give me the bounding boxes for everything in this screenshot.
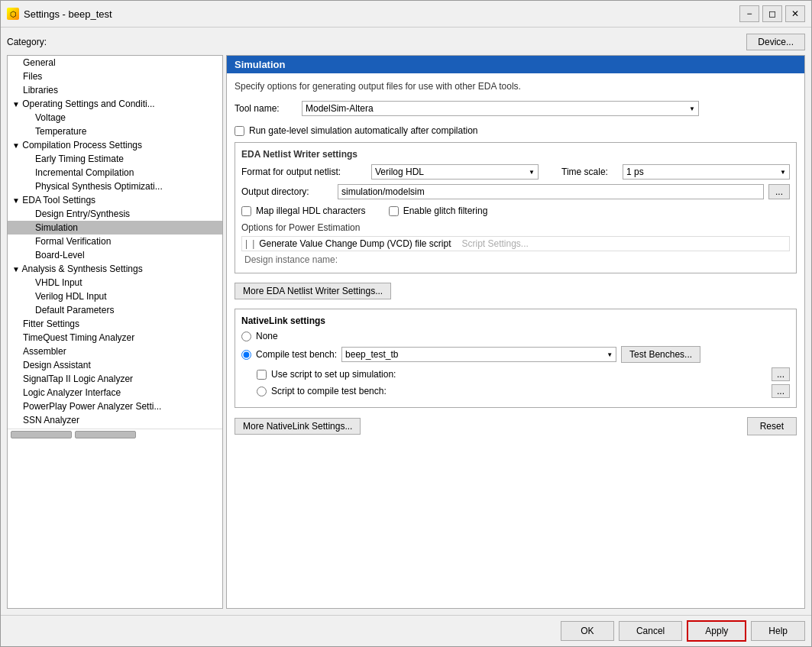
sidebar-item-powerplay[interactable]: PowerPlay Power Analyzer Setti... bbox=[8, 400, 222, 413]
main-content: Category: Device... General Files Librar… bbox=[1, 27, 811, 615]
script-compile-browse-button[interactable]: ... bbox=[772, 384, 790, 398]
sidebar-item-timequest[interactable]: TimeQuest Timing Analyzer bbox=[8, 331, 222, 345]
panel-header: Simulation bbox=[227, 56, 804, 73]
sidebar-item-early-timing[interactable]: Early Timing Estimate bbox=[8, 152, 222, 166]
script-compile-row: Script to compile test bench: ... bbox=[257, 384, 790, 398]
sidebar: General Files Libraries ▼ Operating Sett… bbox=[7, 55, 223, 609]
map-illegal-checkbox[interactable] bbox=[241, 206, 251, 216]
output-dir-input[interactable]: simulation/modelsim bbox=[338, 184, 764, 199]
close-button[interactable]: ✕ bbox=[785, 5, 805, 22]
device-button[interactable]: Device... bbox=[746, 34, 805, 50]
sidebar-item-ssn[interactable]: SSN Analyzer bbox=[8, 413, 222, 427]
compile-tb-radio[interactable] bbox=[241, 350, 251, 360]
sidebar-item-default-params[interactable]: Default Parameters bbox=[8, 303, 222, 317]
none-radio[interactable] bbox=[241, 332, 251, 341]
apply-button[interactable]: Apply bbox=[687, 620, 746, 642]
sidebar-item-formal-verification[interactable]: Formal Verification bbox=[8, 235, 222, 248]
maximize-button[interactable]: ◻ bbox=[762, 5, 782, 22]
use-script-label: Use script to set up simulation: bbox=[271, 369, 396, 380]
minimize-button[interactable]: − bbox=[739, 5, 759, 22]
compile-tb-dropdown[interactable]: beep_test_tb ▼ bbox=[341, 347, 616, 362]
cancel-button[interactable]: Cancel bbox=[619, 621, 682, 641]
more-eda-button[interactable]: More EDA Netlist Writer Settings... bbox=[235, 283, 391, 299]
enable-glitch-row: Enable glitch filtering bbox=[389, 205, 488, 216]
sidebar-item-libraries[interactable]: Libraries bbox=[8, 83, 222, 97]
expand-icon-compilation: ▼ bbox=[12, 141, 20, 150]
sidebar-item-board-level[interactable]: Board-Level bbox=[8, 248, 222, 262]
script-compile-radio[interactable] bbox=[257, 387, 267, 396]
sidebar-item-incremental[interactable]: Incremental Compilation bbox=[8, 166, 222, 180]
window-controls: − ◻ ✕ bbox=[739, 5, 805, 22]
ok-button[interactable]: OK bbox=[561, 621, 614, 641]
use-script-browse-button[interactable]: ... bbox=[772, 367, 790, 381]
top-bar: Category: Device... bbox=[7, 34, 805, 50]
pipe-char2: | bbox=[252, 238, 254, 249]
generate-vcd-label: Generate Value Change Dump (VCD) file sc… bbox=[259, 238, 451, 249]
generate-vcd-row: | | Generate Value Change Dump (VCD) fil… bbox=[241, 236, 790, 251]
sidebar-item-temperature[interactable]: Temperature bbox=[8, 125, 222, 138]
enable-glitch-checkbox[interactable] bbox=[389, 206, 399, 216]
sidebar-item-physical-synth[interactable]: Physical Synthesis Optimizati... bbox=[8, 180, 222, 193]
timescale-arrow: ▼ bbox=[780, 169, 786, 176]
test-benches-button[interactable]: Test Benches... bbox=[621, 346, 700, 363]
none-label: None bbox=[256, 331, 278, 341]
sidebar-item-design-assistant[interactable]: Design Assistant bbox=[8, 358, 222, 372]
sidebar-item-voltage[interactable]: Voltage bbox=[8, 111, 222, 125]
sidebar-scrollbar[interactable] bbox=[8, 429, 222, 440]
script-settings-label: Script Settings... bbox=[461, 238, 528, 249]
category-label: Category: bbox=[7, 37, 47, 47]
sidebar-item-verilog-hdl[interactable]: Verilog HDL Input bbox=[8, 290, 222, 303]
sidebar-item-general[interactable]: General bbox=[8, 56, 222, 70]
app-icon: ⬡ bbox=[7, 8, 19, 20]
sidebar-item-vhdl-input[interactable]: VHDL Input bbox=[8, 276, 222, 290]
help-button[interactable]: Help bbox=[751, 621, 805, 641]
enable-glitch-label: Enable glitch filtering bbox=[403, 205, 488, 216]
content-area: General Files Libraries ▼ Operating Sett… bbox=[7, 55, 805, 609]
tool-name-label: Tool name: bbox=[235, 103, 296, 114]
design-instance-label: Design instance name: bbox=[244, 254, 338, 265]
window-title: Settings - beep_test bbox=[24, 8, 112, 20]
sidebar-item-logic-analyzer[interactable]: Logic Analyzer Interface bbox=[8, 386, 222, 400]
compile-tb-row: Compile test bench: beep_test_tb ▼ Test … bbox=[241, 346, 790, 363]
sidebar-item-analysis-synthesis[interactable]: ▼ Analysis & Synthesis Settings bbox=[8, 262, 222, 276]
expand-icon-analysis: ▼ bbox=[12, 265, 20, 273]
run-gate-level-row: Run gate-level simulation automatically … bbox=[235, 125, 797, 136]
sidebar-item-signaltap[interactable]: SignalTap II Logic Analyzer bbox=[8, 372, 222, 386]
sidebar-item-eda-tool[interactable]: ▼ EDA Tool Settings bbox=[8, 193, 222, 207]
two-checkboxes-row: Map illegal HDL characters Enable glitch… bbox=[241, 205, 790, 216]
none-radio-row: None bbox=[241, 331, 790, 341]
sidebar-item-design-entry[interactable]: Design Entry/Synthesis bbox=[8, 207, 222, 221]
sidebar-item-compilation-process[interactable]: ▼ Compilation Process Settings bbox=[8, 138, 222, 152]
run-gate-level-checkbox[interactable] bbox=[235, 126, 244, 136]
format-dropdown[interactable]: Verilog HDL ▼ bbox=[371, 164, 539, 180]
output-dir-row: Output directory: simulation/modelsim ..… bbox=[241, 184, 790, 199]
sidebar-item-assembler[interactable]: Assembler bbox=[8, 345, 222, 358]
map-illegal-row: Map illegal HDL characters bbox=[241, 205, 366, 216]
reset-button[interactable]: Reset bbox=[747, 417, 797, 435]
expand-icon-eda: ▼ bbox=[12, 196, 20, 205]
scroll-thumb-left[interactable] bbox=[11, 431, 72, 438]
timescale-dropdown[interactable]: 1 ps ▼ bbox=[623, 164, 790, 180]
run-gate-level-label: Run gate-level simulation automatically … bbox=[249, 125, 477, 136]
use-script-checkbox[interactable] bbox=[257, 370, 267, 380]
sidebar-item-files[interactable]: Files bbox=[8, 70, 222, 83]
sidebar-item-simulation[interactable]: Simulation bbox=[8, 221, 222, 235]
timescale-label: Time scale: bbox=[561, 167, 615, 177]
title-bar: ⬡ Settings - beep_test − ◻ ✕ bbox=[1, 1, 811, 27]
scroll-thumb-right[interactable] bbox=[75, 431, 136, 438]
browse-button[interactable]: ... bbox=[768, 184, 790, 199]
script-compile-label: Script to compile test bench: bbox=[271, 386, 387, 396]
bottom-bar: OK Cancel Apply Help bbox=[1, 615, 811, 646]
compile-tb-label: Compile test bench: bbox=[256, 349, 337, 360]
more-nativelink-button[interactable]: More NativeLink Settings... bbox=[235, 418, 361, 435]
nativelink-title: NativeLink settings bbox=[241, 315, 790, 326]
format-timescale-row: Format for output netlist: Verilog HDL ▼… bbox=[241, 164, 790, 180]
sidebar-item-fitter[interactable]: Fitter Settings bbox=[8, 317, 222, 331]
panel-description: Specify options for generating output fi… bbox=[235, 81, 797, 92]
tool-name-row: Tool name: ModelSim-Altera ▼ bbox=[235, 101, 797, 116]
sidebar-item-operating-settings[interactable]: ▼ Operating Settings and Conditi... bbox=[8, 97, 222, 111]
format-arrow: ▼ bbox=[529, 169, 535, 176]
right-panel: Simulation Specify options for generatin… bbox=[226, 55, 805, 609]
expand-icon: ▼ bbox=[12, 100, 20, 108]
tool-name-dropdown[interactable]: ModelSim-Altera ▼ bbox=[302, 101, 699, 116]
